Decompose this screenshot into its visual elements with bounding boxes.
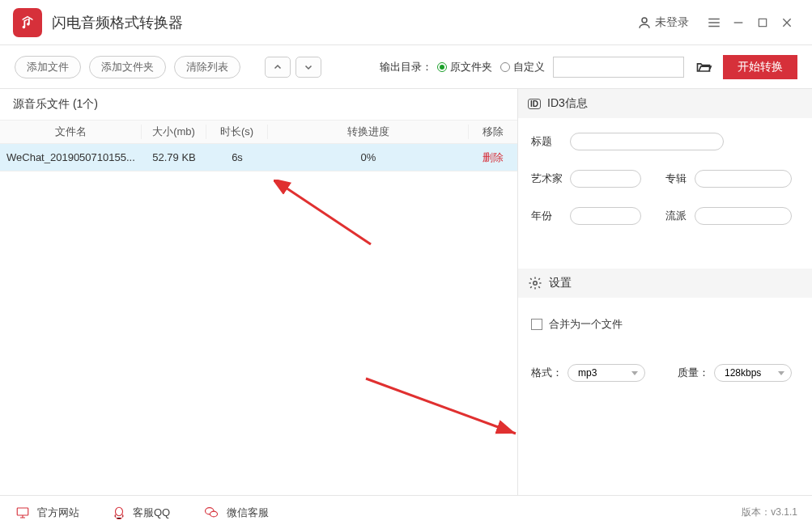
settings-title: 设置 (549, 276, 572, 290)
chevron-down-icon (304, 62, 313, 72)
table-header: 文件名 大小(mb) 时长(s) 转换进度 移除 (0, 120, 517, 144)
login-label: 未登录 (655, 15, 689, 30)
id3-album-label: 专辑 (665, 171, 695, 186)
id3-title-input[interactable] (570, 133, 724, 150)
move-up-button[interactable] (265, 57, 291, 78)
cell-progress: 0% (268, 151, 469, 163)
cell-filename: WeChat_2019050710155... (0, 151, 142, 163)
id3-year-label: 年份 (531, 209, 570, 223)
checkbox-icon (531, 319, 542, 330)
move-down-button[interactable] (295, 57, 321, 78)
qq-icon (112, 505, 126, 521)
col-duration: 时长(s) (206, 125, 268, 139)
id3-artist-label: 艺术家 (531, 171, 570, 186)
cell-duration: 6s (206, 151, 268, 163)
quality-value: 128kbps (725, 367, 761, 379)
id3-section-header: ID ID3信息 (518, 89, 812, 118)
wechat-support-link[interactable]: 微信客服 (202, 506, 269, 520)
merge-checkbox[interactable]: 合并为一个文件 (531, 317, 799, 332)
minimize-button[interactable] (726, 11, 750, 35)
gear-icon (528, 276, 542, 290)
qq-label: 客服QQ (133, 506, 170, 520)
svg-point-6 (210, 511, 218, 517)
delete-row-button[interactable]: 删除 (469, 150, 517, 165)
format-dropdown[interactable]: mp3 (568, 364, 645, 382)
svg-point-4 (116, 507, 123, 516)
id3-genre-label: 流派 (665, 209, 695, 223)
minimize-icon (732, 16, 745, 29)
format-value: mp3 (578, 367, 597, 379)
radio-custom-folder[interactable]: 自定义 (500, 60, 545, 74)
add-file-button[interactable]: 添加文件 (15, 56, 81, 78)
radio-source-folder[interactable]: 原文件夹 (437, 60, 492, 74)
maximize-icon (757, 17, 768, 28)
menu-icon (707, 15, 721, 30)
menu-button[interactable] (702, 11, 726, 35)
col-size: 大小(mb) (142, 125, 206, 139)
wechat-icon (202, 506, 220, 520)
svg-rect-3 (17, 508, 28, 515)
id-icon: ID (528, 99, 541, 109)
qq-support-link[interactable]: 客服QQ (112, 505, 170, 521)
cell-size: 52.79 KB (142, 151, 206, 163)
monitor-icon (15, 506, 31, 520)
table-row[interactable]: WeChat_2019050710155... 52.79 KB 6s 0% 删… (0, 144, 517, 171)
quality-dropdown[interactable]: 128kbps (714, 364, 792, 382)
id3-year-input[interactable] (570, 207, 641, 225)
app-logo (13, 8, 42, 37)
version-label: 版本：v3.1.1 (742, 506, 797, 519)
wechat-label: 微信客服 (227, 506, 269, 520)
svg-rect-1 (759, 19, 766, 26)
file-list-header: 源音乐文件 (1个) (0, 89, 517, 120)
quality-label: 质量： (678, 366, 709, 380)
output-dir-label: 输出目录： (380, 60, 432, 74)
login-button[interactable]: 未登录 (637, 15, 689, 30)
id3-artist-input[interactable] (570, 170, 641, 188)
radio-custom-label: 自定义 (513, 60, 545, 74)
app-title: 闪电音频格式转换器 (52, 13, 183, 32)
svg-point-2 (534, 281, 538, 286)
official-website-link[interactable]: 官方网站 (15, 506, 79, 520)
id3-album-input[interactable] (695, 170, 792, 188)
col-remove: 移除 (469, 125, 517, 139)
close-button[interactable] (775, 11, 799, 35)
radio-source-label: 原文件夹 (450, 60, 492, 74)
output-path-input[interactable] (553, 57, 684, 78)
format-label: 格式： (531, 366, 563, 380)
col-filename: 文件名 (0, 125, 142, 139)
user-icon (637, 15, 652, 30)
chevron-up-icon (273, 62, 283, 72)
settings-section-header: 设置 (518, 269, 812, 298)
website-label: 官方网站 (37, 506, 79, 520)
col-progress: 转换进度 (268, 125, 469, 139)
folder-open-icon (695, 59, 712, 75)
start-convert-button[interactable]: 开始转换 (723, 55, 797, 79)
id3-title: ID3信息 (547, 96, 588, 111)
clear-list-button[interactable]: 清除列表 (174, 56, 240, 78)
radio-dot-icon (500, 62, 510, 72)
maximize-button[interactable] (750, 11, 775, 35)
svg-point-0 (642, 18, 647, 23)
radio-dot-icon (437, 62, 447, 72)
id3-title-label: 标题 (531, 134, 570, 149)
add-folder-button[interactable]: 添加文件夹 (89, 56, 166, 78)
browse-folder-button[interactable] (692, 57, 715, 78)
close-icon (780, 16, 793, 29)
merge-label: 合并为一个文件 (549, 317, 623, 332)
id3-genre-input[interactable] (695, 207, 792, 225)
